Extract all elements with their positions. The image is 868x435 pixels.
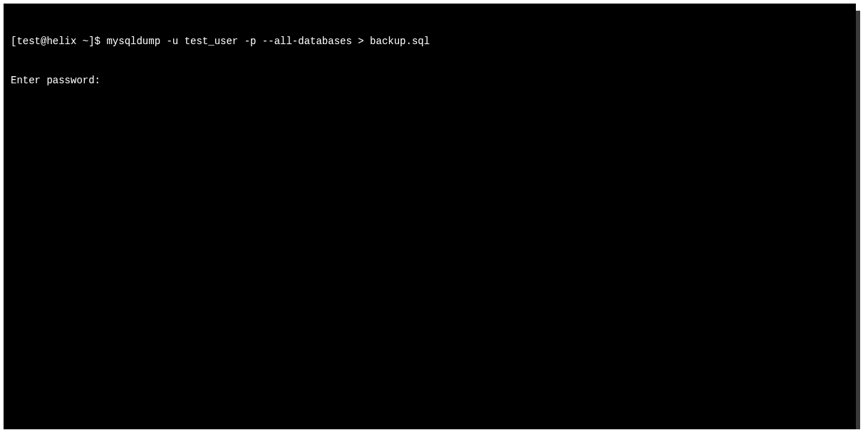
terminal-line-command: [test@helix ~]$ mysqldump -u test_user -… (11, 35, 853, 48)
terminal-line-prompt: Enter password: (11, 74, 853, 87)
scrollbar-thumb[interactable] (856, 4, 860, 11)
terminal-window[interactable]: [test@helix ~]$ mysqldump -u test_user -… (4, 4, 860, 429)
scrollbar-track[interactable] (856, 4, 860, 429)
